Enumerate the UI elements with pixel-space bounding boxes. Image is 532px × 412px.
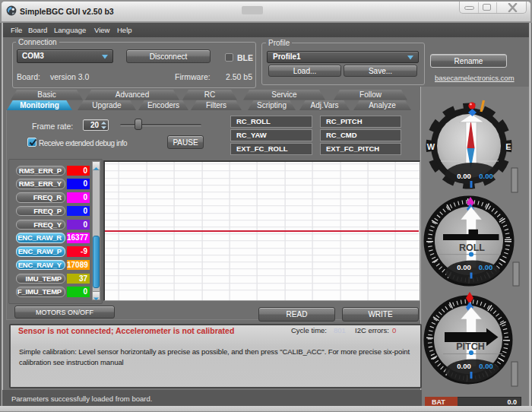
svg-text:E: E: [505, 142, 511, 151]
svg-text:0.00: 0.00: [457, 172, 471, 180]
svg-text:ROLL: ROLL: [459, 242, 485, 253]
svg-text:PITCH: PITCH: [456, 341, 485, 352]
svg-text:0.00: 0.00: [479, 172, 493, 180]
svg-text:0.00: 0.00: [457, 263, 471, 271]
svg-text:0.00: 0.00: [457, 362, 471, 370]
svg-text:W: W: [427, 142, 435, 151]
svg-text:0.00: 0.00: [479, 362, 493, 370]
svg-text:0.00: 0.00: [479, 263, 493, 271]
